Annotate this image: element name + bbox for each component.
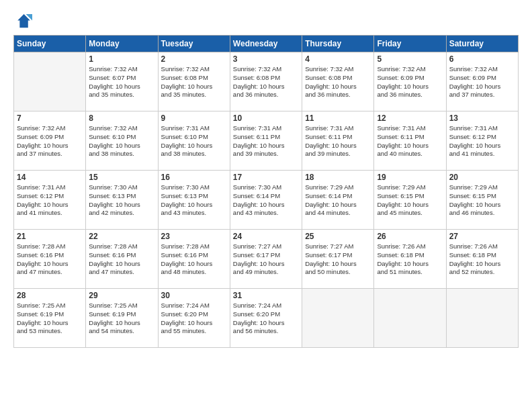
day-info: Sunrise: 7:32 AM Sunset: 6:08 PM Dayligh… xyxy=(161,65,227,99)
day-number: 13 xyxy=(449,113,515,123)
calendar-cell: 13Sunrise: 7:31 AM Sunset: 6:12 PM Dayli… xyxy=(446,111,518,171)
day-number: 15 xyxy=(89,173,154,182)
header xyxy=(13,12,519,31)
day-number: 9 xyxy=(161,113,227,123)
calendar-cell: 14Sunrise: 7:31 AM Sunset: 6:12 PM Dayli… xyxy=(14,171,86,230)
calendar-cell: 24Sunrise: 7:27 AM Sunset: 6:17 PM Dayli… xyxy=(230,230,302,289)
calendar-cell: 19Sunrise: 7:29 AM Sunset: 6:15 PM Dayli… xyxy=(374,171,446,230)
week-row-4: 28Sunrise: 7:25 AM Sunset: 6:19 PM Dayli… xyxy=(14,289,519,348)
day-number: 28 xyxy=(17,291,83,300)
calendar-cell xyxy=(14,52,86,111)
day-info: Sunrise: 7:29 AM Sunset: 6:14 PM Dayligh… xyxy=(305,183,371,218)
day-number: 12 xyxy=(377,113,443,123)
day-info: Sunrise: 7:31 AM Sunset: 6:11 PM Dayligh… xyxy=(233,124,299,158)
day-info: Sunrise: 7:25 AM Sunset: 6:19 PM Dayligh… xyxy=(89,302,154,336)
day-info: Sunrise: 7:28 AM Sunset: 6:16 PM Dayligh… xyxy=(17,242,83,277)
calendar-cell: 18Sunrise: 7:29 AM Sunset: 6:14 PM Dayli… xyxy=(302,171,374,230)
day-number: 6 xyxy=(449,54,515,64)
calendar-cell: 21Sunrise: 7:28 AM Sunset: 6:16 PM Dayli… xyxy=(14,230,86,289)
day-info: Sunrise: 7:30 AM Sunset: 6:13 PM Dayligh… xyxy=(161,183,227,218)
day-info: Sunrise: 7:31 AM Sunset: 6:11 PM Dayligh… xyxy=(305,124,371,158)
day-number: 22 xyxy=(89,232,154,241)
header-row: SundayMondayTuesdayWednesdayThursdayFrid… xyxy=(14,36,519,52)
day-number: 23 xyxy=(161,232,227,241)
logo xyxy=(13,12,35,31)
day-info: Sunrise: 7:26 AM Sunset: 6:18 PM Dayligh… xyxy=(449,242,515,277)
calendar-cell: 6Sunrise: 7:32 AM Sunset: 6:09 PM Daylig… xyxy=(446,52,518,111)
day-number: 31 xyxy=(233,291,299,300)
calendar-cell xyxy=(446,289,518,348)
logo-icon xyxy=(13,12,32,31)
day-info: Sunrise: 7:26 AM Sunset: 6:18 PM Dayligh… xyxy=(377,242,443,277)
day-info: Sunrise: 7:32 AM Sunset: 6:08 PM Dayligh… xyxy=(233,65,299,99)
day-number: 30 xyxy=(161,291,227,300)
day-info: Sunrise: 7:32 AM Sunset: 6:07 PM Dayligh… xyxy=(89,65,154,99)
week-row-2: 14Sunrise: 7:31 AM Sunset: 6:12 PM Dayli… xyxy=(14,171,519,230)
calendar-cell: 31Sunrise: 7:24 AM Sunset: 6:20 PM Dayli… xyxy=(230,289,302,348)
calendar-cell: 20Sunrise: 7:29 AM Sunset: 6:15 PM Dayli… xyxy=(446,171,518,230)
day-info: Sunrise: 7:32 AM Sunset: 6:09 PM Dayligh… xyxy=(17,124,83,158)
day-info: Sunrise: 7:29 AM Sunset: 6:15 PM Dayligh… xyxy=(449,183,515,218)
day-number: 3 xyxy=(233,54,299,64)
calendar-cell: 10Sunrise: 7:31 AM Sunset: 6:11 PM Dayli… xyxy=(230,111,302,171)
calendar-cell: 11Sunrise: 7:31 AM Sunset: 6:11 PM Dayli… xyxy=(302,111,374,171)
day-info: Sunrise: 7:32 AM Sunset: 6:09 PM Dayligh… xyxy=(449,65,515,99)
day-number: 24 xyxy=(233,232,299,241)
day-info: Sunrise: 7:31 AM Sunset: 6:12 PM Dayligh… xyxy=(17,183,83,218)
calendar-cell: 2Sunrise: 7:32 AM Sunset: 6:08 PM Daylig… xyxy=(158,52,230,111)
calendar-cell xyxy=(302,289,374,348)
calendar-cell: 22Sunrise: 7:28 AM Sunset: 6:16 PM Dayli… xyxy=(86,230,158,289)
calendar-cell: 4Sunrise: 7:32 AM Sunset: 6:08 PM Daylig… xyxy=(302,52,374,111)
day-info: Sunrise: 7:28 AM Sunset: 6:16 PM Dayligh… xyxy=(161,242,227,277)
day-number: 26 xyxy=(377,232,443,241)
day-info: Sunrise: 7:29 AM Sunset: 6:15 PM Dayligh… xyxy=(377,183,443,218)
calendar-cell: 30Sunrise: 7:24 AM Sunset: 6:20 PM Dayli… xyxy=(158,289,230,348)
day-info: Sunrise: 7:27 AM Sunset: 6:17 PM Dayligh… xyxy=(305,242,371,277)
day-number: 27 xyxy=(449,232,515,241)
calendar-cell: 15Sunrise: 7:30 AM Sunset: 6:13 PM Dayli… xyxy=(86,171,158,230)
day-number: 8 xyxy=(89,113,154,123)
day-number: 11 xyxy=(305,113,371,123)
day-info: Sunrise: 7:24 AM Sunset: 6:20 PM Dayligh… xyxy=(161,302,227,336)
calendar-cell: 9Sunrise: 7:31 AM Sunset: 6:10 PM Daylig… xyxy=(158,111,230,171)
calendar-cell: 8Sunrise: 7:32 AM Sunset: 6:10 PM Daylig… xyxy=(86,111,158,171)
day-number: 5 xyxy=(377,54,443,64)
day-number: 1 xyxy=(89,54,154,64)
day-info: Sunrise: 7:27 AM Sunset: 6:17 PM Dayligh… xyxy=(233,242,299,277)
day-number: 20 xyxy=(449,173,515,182)
day-number: 14 xyxy=(17,173,83,182)
day-info: Sunrise: 7:31 AM Sunset: 6:10 PM Dayligh… xyxy=(161,124,227,158)
weekday-header-tuesday: Tuesday xyxy=(158,36,230,52)
day-number: 21 xyxy=(17,232,83,241)
day-number: 18 xyxy=(305,173,371,182)
calendar-cell: 7Sunrise: 7:32 AM Sunset: 6:09 PM Daylig… xyxy=(14,111,86,171)
week-row-3: 21Sunrise: 7:28 AM Sunset: 6:16 PM Dayli… xyxy=(14,230,519,289)
calendar-cell: 26Sunrise: 7:26 AM Sunset: 6:18 PM Dayli… xyxy=(374,230,446,289)
page: SundayMondayTuesdayWednesdayThursdayFrid… xyxy=(0,0,532,411)
calendar-cell: 1Sunrise: 7:32 AM Sunset: 6:07 PM Daylig… xyxy=(86,52,158,111)
day-info: Sunrise: 7:31 AM Sunset: 6:11 PM Dayligh… xyxy=(377,124,443,158)
day-number: 25 xyxy=(305,232,371,241)
day-info: Sunrise: 7:24 AM Sunset: 6:20 PM Dayligh… xyxy=(233,302,299,336)
day-number: 17 xyxy=(233,173,299,182)
day-info: Sunrise: 7:32 AM Sunset: 6:08 PM Dayligh… xyxy=(305,65,371,99)
day-info: Sunrise: 7:30 AM Sunset: 6:13 PM Dayligh… xyxy=(89,183,154,218)
day-info: Sunrise: 7:32 AM Sunset: 6:10 PM Dayligh… xyxy=(89,124,154,158)
calendar-cell: 5Sunrise: 7:32 AM Sunset: 6:09 PM Daylig… xyxy=(374,52,446,111)
calendar-cell: 28Sunrise: 7:25 AM Sunset: 6:19 PM Dayli… xyxy=(14,289,86,348)
day-number: 29 xyxy=(89,291,154,300)
calendar-cell: 27Sunrise: 7:26 AM Sunset: 6:18 PM Dayli… xyxy=(446,230,518,289)
week-row-0: 1Sunrise: 7:32 AM Sunset: 6:07 PM Daylig… xyxy=(14,52,519,111)
weekday-header-friday: Friday xyxy=(374,36,446,52)
day-info: Sunrise: 7:28 AM Sunset: 6:16 PM Dayligh… xyxy=(89,242,154,277)
calendar-cell xyxy=(374,289,446,348)
day-info: Sunrise: 7:31 AM Sunset: 6:12 PM Dayligh… xyxy=(449,124,515,158)
day-number: 19 xyxy=(377,173,443,182)
calendar-cell: 12Sunrise: 7:31 AM Sunset: 6:11 PM Dayli… xyxy=(374,111,446,171)
calendar-cell: 25Sunrise: 7:27 AM Sunset: 6:17 PM Dayli… xyxy=(302,230,374,289)
day-info: Sunrise: 7:25 AM Sunset: 6:19 PM Dayligh… xyxy=(17,302,83,336)
weekday-header-monday: Monday xyxy=(86,36,158,52)
day-info: Sunrise: 7:30 AM Sunset: 6:14 PM Dayligh… xyxy=(233,183,299,218)
weekday-header-wednesday: Wednesday xyxy=(230,36,302,52)
week-row-1: 7Sunrise: 7:32 AM Sunset: 6:09 PM Daylig… xyxy=(14,111,519,171)
